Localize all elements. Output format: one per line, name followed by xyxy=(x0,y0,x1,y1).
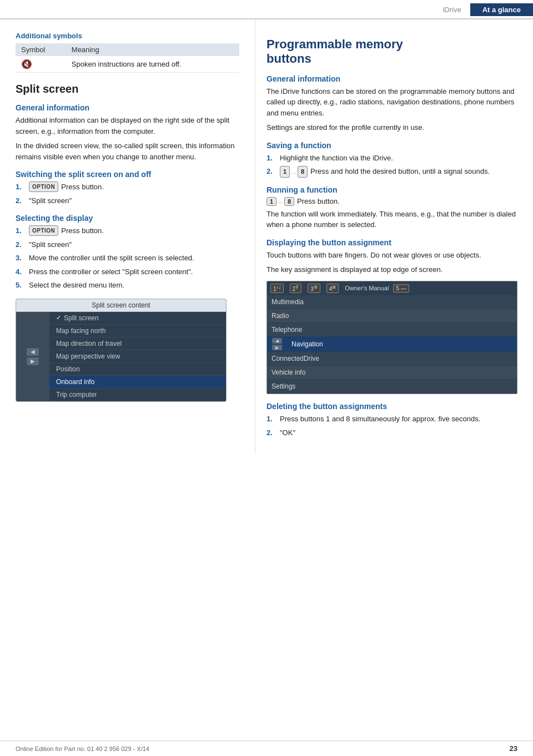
table-row[interactable]: ConnectedDrive xyxy=(267,352,517,366)
selecting-heading: Selecting the display xyxy=(16,214,239,223)
arrow-left: ◀ xyxy=(272,338,282,344)
split-menu-left-arrows: ◀ ▶ xyxy=(16,312,49,401)
btn-header-num: 5 — xyxy=(393,284,409,293)
table-row[interactable]: Multimedia xyxy=(267,295,517,309)
right-column: Programmable memory buttons General info… xyxy=(255,19,533,453)
btn-header-item: 2⚲ xyxy=(290,284,304,293)
btn-header-item: 5 — xyxy=(393,284,410,293)
header-nav: iDrive At a glance xyxy=(434,3,533,16)
btn-assignment-header: 1♪♩2⚲3⚙4⊞Owner's Manual5 — xyxy=(267,281,517,295)
step-num: 2. xyxy=(16,239,28,250)
selecting-steps: 1.OPTIONPress button.2."Split screen"3.M… xyxy=(16,225,239,291)
list-item: 5.Select the desired menu item. xyxy=(16,280,239,291)
prog-memory-title-line1: Programmable memory xyxy=(266,37,403,51)
menu-item-label: Onboard info xyxy=(56,378,94,386)
step-num: 1. xyxy=(266,414,279,425)
table-row[interactable]: Settings xyxy=(267,380,517,394)
symbols-table: Symbol Meaning 🔇Spoken instructions are … xyxy=(16,43,239,73)
run-btn-start: 1 xyxy=(266,197,276,206)
step-text: Press and hold the desired button, until… xyxy=(310,166,490,177)
deleting-heading: Deleting the button assignments xyxy=(266,402,517,411)
option-btn-icon: OPTION xyxy=(29,182,58,192)
split-menu-body: ◀ ▶ Split screenMap facing northMap dire… xyxy=(16,312,226,401)
row-arrows: ◀ ▶ xyxy=(267,337,287,351)
split-menu-item[interactable]: Split screen xyxy=(49,312,226,325)
row-label: Navigation xyxy=(287,337,517,351)
btn-header-item: 1♪♩ xyxy=(270,284,285,293)
option-btn-icon: OPTION xyxy=(29,225,58,236)
row-label: Telephone xyxy=(267,323,517,336)
menu-item-label: Position xyxy=(56,365,80,373)
step-num: 1. xyxy=(266,153,279,164)
switching-heading: Switching the split screen on and off xyxy=(16,170,239,179)
switching-steps: 1.OPTIONPress button.2."Split screen" xyxy=(16,182,239,206)
list-item: 1.Highlight the function via the iDrive. xyxy=(266,153,517,164)
step-num: 3. xyxy=(16,253,28,264)
btn-header-label: Owner's Manual xyxy=(345,285,389,291)
running-function-heading: Running a function xyxy=(266,185,517,194)
list-item: 1.OPTIONPress button. xyxy=(16,225,239,236)
table-row[interactable]: Vehicle info xyxy=(267,366,517,380)
row-label: Settings xyxy=(267,380,517,393)
step-text: Press the controller or select "Split sc… xyxy=(29,266,193,278)
step-num: 1. xyxy=(16,225,28,236)
menu-item-label: Map direction of travel xyxy=(56,340,122,347)
row-label: ConnectedDrive xyxy=(267,352,517,365)
step-text: Highlight the function via the iDrive. xyxy=(280,153,393,164)
displaying-p1: Touch buttons with bare fingers. Do not … xyxy=(266,250,517,261)
btn-start: 1 xyxy=(280,166,290,178)
header-tab-idrive: iDrive xyxy=(434,3,470,16)
btn-header-num: 4⊞ xyxy=(326,284,339,293)
split-menu-item[interactable]: Map facing north xyxy=(49,325,226,337)
btn-header-item: Owner's Manual xyxy=(345,285,389,291)
row-label: Vehicle info xyxy=(267,366,517,379)
arrow-right[interactable]: ▶ xyxy=(27,357,39,365)
btn-assignment-table: 1♪♩2⚲3⚙4⊞Owner's Manual5 — MultimediaRad… xyxy=(266,281,517,394)
run-step-text1: Press button. xyxy=(297,197,340,205)
step-text: "OK" xyxy=(280,427,295,439)
num-btn-range: 1 … 8 xyxy=(280,166,308,178)
step-num: 2. xyxy=(266,427,279,439)
btn-header-num: 1♪♩ xyxy=(270,284,284,293)
step-num: 2. xyxy=(266,166,279,177)
list-item: 4.Press the controller or select "Split … xyxy=(16,266,239,278)
left-column: Additional symbols Symbol Meaning 🔇Spoke… xyxy=(0,19,255,453)
step-text: Move the controller until the split scre… xyxy=(29,253,194,264)
arrow-right: ▶ xyxy=(272,345,282,350)
list-item: 2."OK" xyxy=(266,427,517,439)
split-menu-item[interactable]: Onboard info xyxy=(49,376,226,389)
list-item: 2. 1 … 8 Press and hold the desired butt… xyxy=(266,166,517,178)
split-menu-title: Split screen content xyxy=(16,299,226,312)
saving-steps: 1.Highlight the function via the iDrive.… xyxy=(266,153,517,178)
row-label: Multimedia xyxy=(267,295,517,309)
running-function-step: 1 … 8 Press button. xyxy=(266,197,517,206)
btn-assignment-rows: MultimediaRadioTelephone ◀ ▶ NavigationC… xyxy=(267,295,517,394)
split-menu-item[interactable]: Trip computer xyxy=(49,389,226,401)
header-tab-active[interactable]: At a glance xyxy=(470,3,533,16)
table-row[interactable]: Telephone xyxy=(267,323,517,337)
arrow-buttons: ◀ ▶ xyxy=(27,348,39,365)
additional-symbols-heading: Additional symbols xyxy=(16,32,239,40)
prog-memory-title-line2: buttons xyxy=(266,52,311,65)
table-row[interactable]: ◀ ▶ Navigation xyxy=(267,337,517,352)
step-num: 4. xyxy=(16,266,28,278)
saving-function-heading: Saving a function xyxy=(266,141,517,150)
run-btn-end: 8 xyxy=(284,197,294,206)
table-row[interactable]: Radio xyxy=(267,309,517,323)
list-item: 1.OPTIONPress button. xyxy=(16,182,239,193)
list-item: 3.Move the controller until the split sc… xyxy=(16,253,239,264)
right-general-info-heading: General information xyxy=(266,74,517,83)
step-text: Press button. xyxy=(61,225,104,236)
menu-item-label: Map facing north xyxy=(56,327,105,335)
symbol-cell: 🔇 xyxy=(16,56,66,73)
list-item: 2."Split screen" xyxy=(16,195,239,206)
split-menu-item[interactable]: Map perspective view xyxy=(49,350,226,363)
displaying-p2: The key assignment is displayed at top e… xyxy=(266,264,517,275)
split-menu-item[interactable]: Map direction of travel xyxy=(49,337,226,350)
prog-memory-title: Programmable memory buttons xyxy=(266,37,517,67)
btn-dots: … xyxy=(291,168,296,176)
col-symbol: Symbol xyxy=(16,43,66,56)
arrow-left[interactable]: ◀ xyxy=(27,348,39,356)
step-text: "Split screen" xyxy=(29,195,72,206)
split-menu-item[interactable]: Position xyxy=(49,363,226,376)
